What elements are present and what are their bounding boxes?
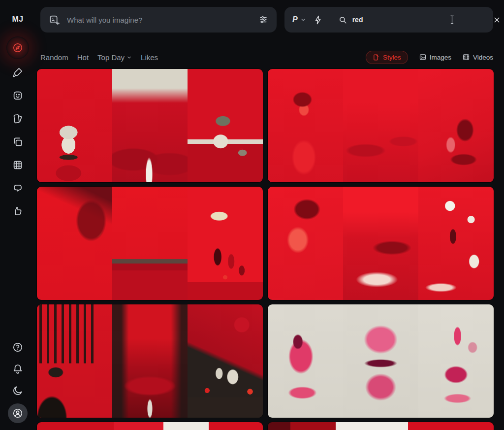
swatch-cards-icon [12, 113, 24, 125]
close-icon [493, 16, 501, 24]
style-tile[interactable] [37, 69, 263, 182]
styles-icon [373, 54, 380, 61]
notifications-button[interactable] [8, 359, 28, 379]
moon-icon [12, 385, 24, 397]
sort-tab-label: Hot [77, 53, 89, 62]
sidebar-item-edit[interactable] [8, 86, 28, 105]
personalization-dropdown[interactable]: P [292, 15, 306, 24]
sidebar-item-organize[interactable] [8, 132, 28, 152]
sidebar-item-chat[interactable] [8, 178, 28, 198]
sliders-icon [258, 14, 269, 25]
style-results-grid [37, 69, 494, 430]
type-tab-label: Styles [383, 54, 401, 61]
imagine-bar [40, 7, 277, 33]
style-panel [37, 422, 263, 430]
sidebar: MJ [0, 0, 35, 430]
style-panel [112, 69, 188, 182]
style-tile[interactable] [268, 69, 494, 182]
style-tile[interactable] [37, 304, 263, 418]
sticker-face-icon [12, 90, 24, 101]
chevron-down-icon [300, 17, 306, 23]
style-panel [37, 304, 112, 418]
film-icon [462, 53, 470, 61]
imagine-input[interactable] [67, 16, 258, 24]
style-panel [418, 187, 494, 300]
style-panel [37, 69, 112, 182]
image-add-icon [48, 14, 61, 26]
sort-tab-label: Likes [141, 53, 158, 62]
filter-row: Random Hot Top Day Likes Styles [40, 50, 493, 65]
sort-tab-likes[interactable]: Likes [141, 53, 158, 62]
sort-tab-top-day[interactable]: Top Day [97, 53, 132, 62]
style-panel [343, 187, 418, 300]
compass-icon [12, 42, 24, 54]
style-panel [418, 304, 494, 418]
search-icon [338, 15, 347, 25]
boost-button[interactable] [313, 15, 323, 25]
style-panel [37, 187, 112, 300]
theme-toggle-button[interactable] [8, 381, 28, 400]
sort-tab-random[interactable]: Random [40, 53, 68, 62]
style-panel [418, 69, 494, 182]
sidebar-item-create[interactable] [8, 63, 28, 82]
sidebar-item-rate[interactable] [8, 201, 28, 221]
chat-bubbles-icon [12, 182, 24, 194]
copy-icon [12, 136, 24, 148]
search-input[interactable] [352, 16, 449, 24]
personalization-label: P [292, 15, 298, 24]
grid-icon [12, 159, 24, 171]
imagine-settings-button[interactable] [258, 14, 269, 25]
style-tile[interactable] [268, 304, 494, 418]
sidebar-item-gallery[interactable] [8, 155, 28, 175]
type-tabs: Styles Images Videos [366, 51, 493, 64]
type-tab-label: Images [430, 54, 451, 61]
style-tile[interactable] [268, 187, 494, 300]
style-panel [343, 69, 418, 182]
type-tab-label: Videos [473, 54, 493, 61]
search-bar: P [284, 7, 493, 33]
question-circle-icon [12, 341, 24, 353]
type-tab-videos[interactable]: Videos [462, 53, 493, 61]
style-panel [268, 69, 343, 182]
style-tile[interactable] [37, 187, 263, 300]
paintbrush-icon [12, 66, 24, 78]
style-panel [268, 422, 494, 430]
chevron-down-icon [126, 55, 132, 60]
lightning-icon [313, 15, 323, 25]
sort-tabs: Random Hot Top Day Likes [40, 53, 158, 62]
style-tile[interactable] [37, 422, 263, 430]
sidebar-item-explore[interactable] [6, 36, 29, 59]
sidebar-item-personalize[interactable] [8, 109, 28, 129]
thumbs-up-icon [12, 205, 24, 217]
type-tab-styles[interactable]: Styles [366, 51, 408, 64]
text-cursor [449, 15, 455, 25]
account-button[interactable] [8, 403, 28, 423]
style-panel [188, 304, 263, 418]
style-panel [343, 304, 418, 418]
bell-icon [12, 363, 24, 375]
type-tab-images[interactable]: Images [419, 53, 451, 61]
sort-tab-label: Random [40, 53, 68, 62]
help-button[interactable] [8, 337, 28, 357]
style-tile[interactable] [268, 422, 494, 430]
style-panel [188, 69, 263, 182]
clear-search-button[interactable] [493, 16, 501, 24]
image-icon [419, 53, 427, 61]
sort-tab-hot[interactable]: Hot [77, 53, 89, 62]
style-panel [112, 304, 188, 418]
app-logo[interactable]: MJ [12, 15, 23, 24]
sort-tab-label: Top Day [97, 53, 125, 62]
style-panel [268, 187, 343, 300]
style-panel [112, 187, 188, 300]
style-panel [188, 187, 263, 300]
user-avatar-icon [12, 407, 24, 419]
style-panel [268, 304, 343, 418]
